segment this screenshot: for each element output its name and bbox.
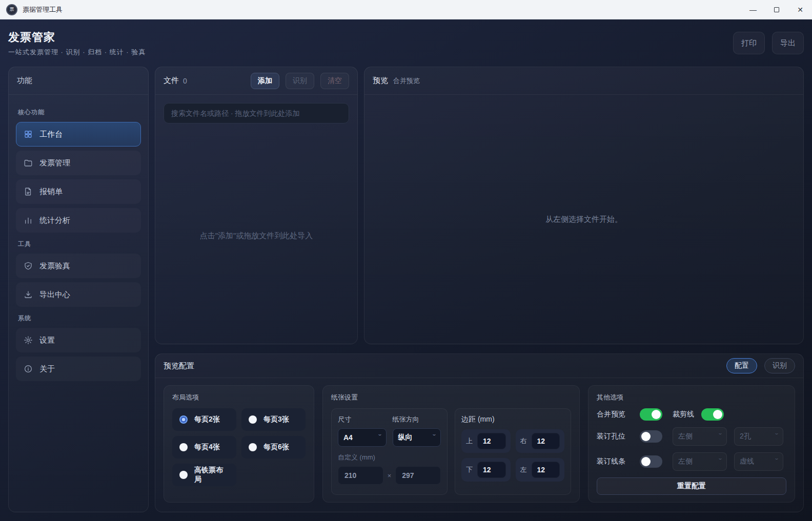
radio-icon bbox=[249, 415, 257, 424]
crop-line-toggle[interactable] bbox=[701, 408, 724, 421]
layout-option-6-per-page[interactable]: 每页6张 bbox=[241, 436, 306, 459]
margins-box: 边距 (mm) 上 右 bbox=[455, 408, 571, 495]
sidebar-item-about[interactable]: 关于 bbox=[16, 357, 141, 381]
sidebar-section-tools: 工具 bbox=[18, 240, 139, 248]
margin-top-input[interactable] bbox=[477, 433, 506, 449]
custom-width-input[interactable] bbox=[338, 466, 383, 485]
page-title: 发票管家 bbox=[8, 30, 146, 45]
sidebar-item-label: 发票验真 bbox=[39, 261, 70, 271]
file-search-input[interactable] bbox=[164, 103, 349, 123]
preview-mode-label: 合并预览 bbox=[393, 76, 420, 86]
recognize-files-button[interactable]: 识别 bbox=[286, 73, 314, 89]
radio-checked-icon bbox=[179, 415, 188, 424]
layout-option-4-per-page[interactable]: 每页4张 bbox=[172, 436, 236, 459]
files-count: 0 bbox=[183, 77, 187, 85]
radio-icon bbox=[179, 443, 188, 451]
chevron-down-icon: ˇ bbox=[378, 434, 381, 441]
app-root: 发票管家 一站式发票管理 · 识别 · 归档 · 统计 · 验真 打印 导出 功… bbox=[0, 19, 812, 521]
info-icon bbox=[24, 364, 33, 373]
app-logo-icon: 票 bbox=[6, 4, 17, 15]
files-panel-title: 文件 bbox=[164, 76, 179, 86]
window-title: 票据管理工具 bbox=[23, 5, 63, 14]
punch-count-select[interactable]: 2孔 ˇ bbox=[734, 427, 783, 446]
multiply-icon: × bbox=[388, 472, 392, 480]
margins-title: 边距 (mm) bbox=[461, 415, 564, 424]
custom-size-label: 自定义 (mm) bbox=[338, 453, 441, 462]
config-tab-button[interactable]: 配置 bbox=[726, 358, 757, 373]
preview-empty-hint: 从左侧选择文件开始。 bbox=[364, 95, 803, 344]
radio-icon bbox=[249, 443, 257, 451]
grid-icon bbox=[24, 130, 33, 139]
chevron-down-icon: ˇ bbox=[719, 458, 722, 465]
margin-left-cell: 左 bbox=[516, 458, 565, 482]
binding-style-select[interactable]: 虚线 ˇ bbox=[734, 452, 783, 471]
sidebar-item-reimbursement[interactable]: 报销单 bbox=[16, 179, 141, 204]
size-label: 尺寸 bbox=[338, 415, 387, 424]
binding-line-label: 装订线条 bbox=[597, 457, 633, 466]
download-icon bbox=[24, 290, 33, 299]
margin-left-input[interactable] bbox=[532, 462, 560, 478]
sidebar-item-settings[interactable]: 设置 bbox=[16, 328, 141, 352]
layout-option-train-ticket[interactable]: 高铁票布局 bbox=[172, 464, 236, 486]
paper-size-box: 尺寸 A4 ˇ 纸张方向 bbox=[331, 408, 448, 495]
sidebar-item-invoice-verify[interactable]: 发票验真 bbox=[16, 254, 141, 278]
add-files-button[interactable]: 添加 bbox=[251, 73, 279, 89]
other-options-card: 其他选项 合并预览 裁剪线 装订孔位 bbox=[588, 385, 795, 503]
custom-height-input[interactable] bbox=[395, 466, 441, 485]
sidebar-item-statistics[interactable]: 统计分析 bbox=[16, 208, 141, 233]
preview-panel: 预览 合并预览 从左侧选择文件开始。 bbox=[364, 67, 804, 344]
print-button[interactable]: 打印 bbox=[733, 32, 765, 54]
radio-icon bbox=[179, 471, 188, 479]
sidebar: 功能 核心功能 工作台 发票管理 报销单 统计分析 bbox=[8, 67, 149, 512]
maximize-button[interactable] bbox=[765, 0, 788, 19]
paper-settings-card: 纸张设置 尺寸 A4 ˇ bbox=[322, 385, 580, 503]
close-icon: ✕ bbox=[797, 6, 803, 14]
bar-chart-icon bbox=[24, 216, 33, 225]
config-panel-title: 预览配置 bbox=[164, 361, 194, 371]
margin-bottom-cell: 下 bbox=[461, 458, 511, 482]
preview-panel-title: 预览 bbox=[373, 76, 388, 86]
punch-side-select[interactable]: 左侧 ˇ bbox=[673, 427, 727, 446]
binding-side-select[interactable]: 左侧 ˇ bbox=[673, 452, 727, 471]
sidebar-item-invoice-management[interactable]: 发票管理 bbox=[16, 151, 141, 175]
margin-right-input[interactable] bbox=[532, 433, 560, 449]
punch-holes-toggle[interactable] bbox=[640, 430, 662, 443]
margin-bottom-input[interactable] bbox=[477, 462, 506, 478]
sidebar-item-export-center[interactable]: 导出中心 bbox=[16, 282, 141, 307]
titlebar: 票 票据管理工具 — ✕ bbox=[0, 0, 812, 19]
sidebar-item-label: 设置 bbox=[39, 336, 55, 345]
gear-icon bbox=[24, 336, 33, 345]
preview-config-panel: 预览配置 配置 识别 布局选项 每页2张 bbox=[155, 353, 804, 512]
crop-line-label: 裁剪线 bbox=[673, 410, 694, 419]
clear-files-button[interactable]: 清空 bbox=[320, 73, 349, 89]
shield-check-icon bbox=[24, 261, 33, 270]
layout-options-title: 布局选项 bbox=[172, 393, 306, 402]
punch-holes-label: 装订孔位 bbox=[597, 432, 633, 441]
minimize-button[interactable]: — bbox=[741, 0, 765, 19]
sidebar-item-label: 统计分析 bbox=[39, 216, 70, 225]
chevron-down-icon: ˇ bbox=[775, 433, 778, 440]
recognize-tab-button[interactable]: 识别 bbox=[764, 358, 795, 373]
export-button[interactable]: 导出 bbox=[772, 32, 804, 54]
merge-preview-toggle[interactable] bbox=[640, 408, 662, 421]
sidebar-item-label: 导出中心 bbox=[39, 290, 70, 300]
margin-right-cell: 右 bbox=[516, 429, 565, 453]
paper-size-select[interactable]: A4 ˇ bbox=[338, 428, 387, 447]
sidebar-title: 功能 bbox=[17, 76, 32, 86]
margin-top-cell: 上 bbox=[461, 429, 511, 453]
close-button[interactable]: ✕ bbox=[788, 0, 812, 19]
layout-option-3-per-page[interactable]: 每页3张 bbox=[241, 408, 306, 431]
chevron-down-icon: ˇ bbox=[775, 458, 778, 465]
folder-icon bbox=[24, 158, 33, 168]
layout-options-card: 布局选项 每页2张 每页3张 bbox=[164, 385, 314, 503]
layout-option-2-per-page[interactable]: 每页2张 bbox=[172, 408, 236, 431]
maximize-icon bbox=[774, 7, 779, 12]
binding-line-toggle[interactable] bbox=[640, 455, 662, 468]
paper-orientation-select[interactable]: 纵向 ˇ bbox=[393, 428, 441, 447]
minimize-icon: — bbox=[749, 6, 757, 14]
page-subtitle: 一站式发票管理 · 识别 · 归档 · 统计 · 验真 bbox=[8, 48, 146, 57]
sidebar-item-workbench[interactable]: 工作台 bbox=[16, 122, 141, 147]
reset-config-button[interactable]: 重置配置 bbox=[597, 477, 786, 495]
sidebar-item-label: 关于 bbox=[39, 364, 55, 374]
chevron-down-icon: ˇ bbox=[719, 433, 722, 440]
